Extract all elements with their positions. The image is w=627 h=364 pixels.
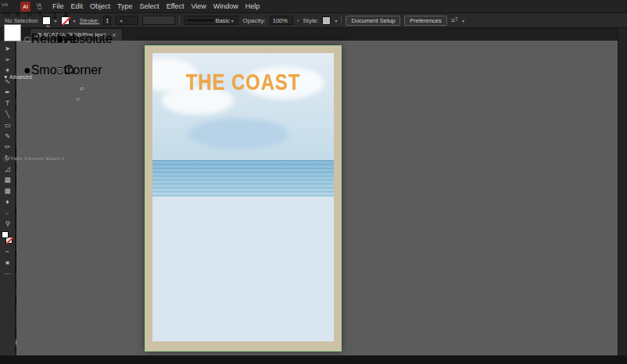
- stroke-weight-dropdown[interactable]: ▾: [115, 16, 138, 25]
- opacity-chevron-icon[interactable]: ›: [297, 17, 299, 24]
- stroke-weight-stepper[interactable]: ▴▾: [103, 16, 112, 25]
- close-document-icon[interactable]: ×: [112, 31, 116, 39]
- opacity-input[interactable]: 100%: [270, 16, 293, 25]
- all-caps-button[interactable]: TT: [3, 12, 10, 17]
- menu-type[interactable]: Type: [117, 2, 133, 10]
- mesh-tool[interactable]: ▦: [2, 174, 14, 184]
- no-selection-label: No Selection: [5, 17, 38, 24]
- menu-view[interactable]: View: [191, 2, 206, 10]
- object-thumbnail[interactable]: [4, 24, 21, 41]
- menu-edit[interactable]: Edit: [71, 2, 84, 10]
- style-label: Style:: [303, 17, 318, 24]
- pencil-tool[interactable]: ✏: [2, 141, 14, 152]
- stroke-link[interactable]: Stroke:: [80, 17, 99, 24]
- illustrator-window: Ai ⌂ File Edit Object Type Select Effect…: [0, 0, 627, 364]
- menu-help[interactable]: Help: [245, 2, 260, 10]
- brush-stroke-preview: [187, 20, 213, 21]
- canvas[interactable]: THE COAST: [16, 41, 618, 355]
- kerning-icon: V∕A: [2, 2, 8, 7]
- info-icon: ⓘ: [3, 156, 8, 163]
- poster-image: THE COAST: [152, 53, 334, 341]
- stroke-caret-icon[interactable]: ▾: [73, 18, 76, 23]
- brush-definition-dropdown[interactable]: Basic▾: [184, 16, 238, 25]
- app-logo-icon: Ai: [20, 2, 30, 12]
- color-mode-icons[interactable]: ▪▫: [2, 246, 14, 256]
- collapsed-dock[interactable]: [618, 28, 627, 355]
- menu-effect[interactable]: Effect: [167, 2, 185, 10]
- paintbrush-tool[interactable]: ✎: [2, 130, 14, 141]
- rectangle-tool[interactable]: ▭: [2, 120, 14, 130]
- swap-arrowheads-icon[interactable]: ⇄: [80, 86, 84, 92]
- draw-mode-icon[interactable]: ▣: [2, 257, 14, 267]
- control-bar: No Selection ▾ ▾ Stroke: ▴▾ ▾ Basic▾ Opa…: [0, 13, 627, 28]
- hand-tool[interactable]: ☞: [2, 207, 14, 217]
- pen-tool[interactable]: ✒: [2, 87, 14, 97]
- scale-tool[interactable]: ◿: [2, 163, 14, 173]
- more-tools-icon[interactable]: ⋯: [2, 268, 14, 278]
- fill-caret-icon[interactable]: ▾: [55, 18, 57, 23]
- document-setup-button[interactable]: Document Setup: [346, 16, 400, 26]
- underline-button[interactable]: T: [53, 12, 56, 17]
- link-scale-icon[interactable]: ∞: [76, 96, 80, 102]
- info-colors: Colors: 0: [47, 156, 64, 161]
- advanced-section-toggle[interactable]: ▼ Advanced: [3, 74, 32, 80]
- menu-file[interactable]: File: [52, 2, 64, 10]
- stroke-color-swatch[interactable]: [61, 16, 70, 25]
- poster-ocean: [152, 160, 334, 198]
- small-caps-button[interactable]: Tt: [15, 12, 20, 17]
- poster-title: THE COAST: [159, 69, 326, 96]
- strikethrough-button[interactable]: T: [64, 12, 67, 17]
- style-caret-icon[interactable]: ▾: [335, 18, 337, 23]
- superscript-button[interactable]: T¹: [27, 12, 32, 17]
- type-tool[interactable]: T: [2, 98, 14, 108]
- poster-artwork[interactable]: THE COAST: [145, 46, 341, 351]
- toolbar-fill-swatch[interactable]: [2, 231, 9, 238]
- poster-beach-scene: [152, 194, 334, 341]
- menu-window[interactable]: Window: [213, 2, 238, 10]
- align-options-icon[interactable]: ≡ᵀ: [451, 16, 458, 24]
- window-bottom-edge: [0, 355, 627, 364]
- menu-bar: Ai ⌂ File Edit Object Type Select Effect…: [0, 0, 627, 13]
- align-caret-icon[interactable]: ▾: [462, 18, 464, 23]
- fill-stroke-swatches[interactable]: [2, 231, 14, 245]
- menu-object[interactable]: Object: [90, 2, 110, 10]
- corner-radio[interactable]: ○Corner: [56, 63, 102, 77]
- selection-tool[interactable]: ➤: [2, 43, 14, 53]
- menu-select[interactable]: Select: [140, 2, 159, 10]
- eyedropper-tool[interactable]: ♦: [2, 196, 14, 206]
- subscript-button[interactable]: T₁: [38, 12, 44, 17]
- style-swatch[interactable]: [322, 16, 331, 25]
- zoom-tool[interactable]: ⚲: [2, 218, 14, 228]
- gradient-tool[interactable]: ▩: [2, 185, 14, 195]
- info-paths: Paths: 0 Anchors: 0: [11, 156, 48, 161]
- hyphenation-icon: aₐ: [46, 23, 50, 28]
- preferences-button[interactable]: Preferences: [404, 16, 446, 26]
- tracking-icon: VA: [36, 2, 41, 7]
- direct-selection-tool[interactable]: ➢: [2, 54, 14, 64]
- variable-width-dropdown: [142, 16, 175, 25]
- toolbar: ➤ ➢ ✶ ∿ ✒ T ╲ ▭ ✎ ✏ ↻ ◿ ▦ ▩ ♦ ☞ ⚲ ▪▫ ▣ ⋯: [0, 41, 16, 355]
- absolute-radio[interactable]: ●Absolute: [56, 32, 113, 46]
- opacity-label: Opacity:: [242, 17, 265, 24]
- line-segment-tool[interactable]: ╲: [2, 109, 14, 119]
